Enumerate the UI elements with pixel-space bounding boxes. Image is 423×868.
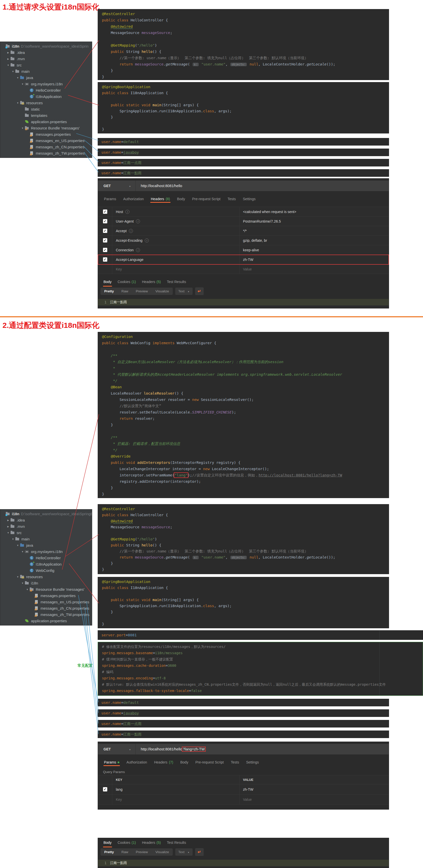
- tree-item-static[interactable]: static: [0, 106, 92, 112]
- tab-body[interactable]: Body: [174, 197, 189, 201]
- chevron-expanded-icon[interactable]: ▼: [6, 64, 10, 66]
- tree-item-messages-zh-tw-properties[interactable]: messages_zh_TW.properties: [0, 150, 92, 156]
- chevron-expanded-icon[interactable]: ▼: [21, 127, 25, 129]
- tree-item-i18napplication[interactable]: C▶I18nApplication: [0, 93, 92, 100]
- tree-item-hellocontroller[interactable]: CHelloController: [0, 87, 92, 93]
- response-tab-cookies[interactable]: Cookies(1): [115, 278, 139, 285]
- header-value-cell[interactable]: gzip, deflate, br: [239, 239, 389, 243]
- tree-item-resources[interactable]: ▼resources: [0, 574, 92, 580]
- checkbox-checked-icon[interactable]: [103, 257, 107, 261]
- response-tab-body[interactable]: Body: [100, 278, 115, 285]
- checkbox-checked-icon[interactable]: [103, 238, 107, 243]
- tree-item-application-properties[interactable]: application.properties: [0, 618, 92, 624]
- chevron-expanded-icon[interactable]: ▼: [21, 551, 25, 553]
- chevron-expanded-icon[interactable]: ▼: [11, 70, 15, 73]
- tree-item-messages-en-us-properties[interactable]: messages_en_US.properties: [0, 599, 92, 605]
- view-visualize[interactable]: Visualize: [152, 848, 173, 856]
- view-preview[interactable]: Preview: [132, 287, 152, 295]
- chevron-expanded-icon[interactable]: ▼: [16, 76, 20, 79]
- request-url-input[interactable]: http://localhost:8081/hello?lang=zh-TW: [136, 747, 206, 752]
- tab-tests[interactable]: Tests: [224, 197, 239, 201]
- chevron-expanded-icon[interactable]: ▼: [16, 576, 20, 578]
- param-value-cell[interactable]: zh-TW: [239, 787, 389, 792]
- tab-headers[interactable]: Headers(8): [147, 197, 174, 201]
- chevron-expanded-icon[interactable]: ▼: [6, 532, 10, 534]
- response-tab-headers[interactable]: Headers(5): [139, 278, 164, 285]
- tree-item-i18napplication[interactable]: C▶I18nApplication: [0, 561, 92, 567]
- tree-item-messages-zh-tw-properties[interactable]: messages_zh_TW.properties: [0, 611, 92, 618]
- wrap-text-icon[interactable]: [195, 287, 204, 295]
- checkbox-checked-icon[interactable]: [103, 219, 107, 223]
- response-tab-cookies[interactable]: Cookies(1): [115, 839, 139, 846]
- tree-item-templates[interactable]: templates: [0, 112, 92, 119]
- tree-item-application-properties[interactable]: application.properties: [0, 119, 92, 125]
- checkbox-checked-icon[interactable]: [103, 210, 107, 214]
- response-tab-test-results[interactable]: Test Results: [164, 278, 189, 285]
- wrap-text-icon[interactable]: [195, 848, 204, 856]
- chevron-expanded-icon[interactable]: ▼: [16, 544, 20, 547]
- chevron-collapsed-icon[interactable]: ▶: [6, 525, 10, 528]
- header-key-cell[interactable]: Accept-Language: [112, 255, 239, 264]
- view-visualize[interactable]: Visualize: [152, 287, 173, 295]
- tree-item-src[interactable]: ▼src: [0, 530, 92, 536]
- tree-item-java[interactable]: ▼java: [0, 74, 92, 81]
- http-method-select[interactable]: GET: [98, 181, 136, 191]
- header-value-cell[interactable]: PostmanRuntime/7.26.5: [239, 219, 389, 223]
- tree-item-main[interactable]: ▼main: [0, 536, 92, 542]
- response-tab-test-results[interactable]: Test Results: [164, 839, 189, 846]
- request-url-input[interactable]: http://localhost:8081/hello: [136, 184, 182, 188]
- tree-item-messages-zh-cn-properties[interactable]: messages_zh_CN.properties: [0, 605, 92, 611]
- tab-settings[interactable]: Settings: [242, 760, 262, 764]
- checkbox-checked-icon[interactable]: [103, 229, 107, 233]
- checkbox-checked-icon[interactable]: [103, 787, 107, 792]
- chevron-collapsed-icon[interactable]: ▶: [6, 51, 10, 54]
- param-key-cell[interactable]: lang: [112, 784, 239, 794]
- view-raw[interactable]: Raw: [118, 848, 132, 856]
- chevron-collapsed-icon[interactable]: ▶: [6, 519, 10, 522]
- view-pretty[interactable]: Pretty: [100, 287, 118, 295]
- tree-item-org-myslayers-i18n[interactable]: ▼org.myslayers.i18n: [0, 549, 92, 555]
- tab-params[interactable]: Params: [100, 197, 120, 201]
- tab-settings[interactable]: Settings: [239, 197, 259, 201]
- tree-item-java[interactable]: ▼java: [0, 542, 92, 549]
- chevron-expanded-icon[interactable]: ▼: [25, 588, 29, 591]
- tree-item-src[interactable]: ▼src: [0, 62, 92, 68]
- chevron-expanded-icon[interactable]: ▼: [21, 83, 25, 85]
- view-pretty[interactable]: Pretty: [100, 848, 118, 856]
- header-key-cell[interactable]: Accept-Encoding: [112, 236, 239, 245]
- tree-item-resource-bundle-messages-[interactable]: ▼Resource Bundle 'messages': [0, 125, 92, 131]
- response-format-select[interactable]: Text: [175, 848, 192, 856]
- tree-item-i18n[interactable]: ▼i18n: [0, 580, 92, 586]
- header-value-cell[interactable]: Value: [239, 267, 389, 271]
- tab-authorization[interactable]: Authorization: [123, 760, 151, 764]
- header-value-cell[interactable]: */*: [239, 229, 389, 233]
- chevron-expanded-icon[interactable]: ▼: [16, 102, 20, 104]
- header-value-cell[interactable]: <calculated when request is sent>: [239, 210, 389, 214]
- tab-pre-request-script[interactable]: Pre-request Script: [192, 760, 228, 764]
- tree-item-org-myslayers-i18n[interactable]: ▼org.myslayers.i18n: [0, 81, 92, 87]
- tree-item-messages-zh-cn-properties[interactable]: messages_zh_CN.properties: [0, 144, 92, 150]
- chevron-expanded-icon[interactable]: ▼: [21, 582, 25, 585]
- param-key-cell[interactable]: Key: [112, 795, 239, 804]
- header-key-cell[interactable]: Accept: [112, 226, 239, 236]
- response-tab-body[interactable]: Body: [100, 839, 115, 846]
- chevron-expanded-icon[interactable]: ▼: [11, 538, 15, 540]
- tree-item--mvn[interactable]: ▶.mvn: [0, 523, 92, 530]
- tree-item-messages-en-us-properties[interactable]: messages_en_US.properties: [0, 137, 92, 144]
- tree-item--mvn[interactable]: ▶.mvn: [0, 56, 92, 62]
- view-preview[interactable]: Preview: [132, 848, 152, 856]
- tab-params[interactable]: Params: [100, 760, 123, 764]
- tree-item-messages-properties[interactable]: messages.properties: [0, 131, 92, 137]
- tab-body[interactable]: Body: [177, 760, 192, 764]
- tab-authorization[interactable]: Authorization: [120, 197, 147, 201]
- tree-item-resources[interactable]: ▼resources: [0, 100, 92, 106]
- header-value-cell[interactable]: zh-TW: [239, 258, 389, 261]
- tree-item--idea[interactable]: ▶.idea: [0, 517, 92, 523]
- tree-item-main[interactable]: ▼main: [0, 68, 92, 74]
- header-key-cell[interactable]: User-Agent: [112, 217, 239, 226]
- header-key-cell[interactable]: Key: [112, 265, 239, 274]
- tab-tests[interactable]: Tests: [228, 760, 243, 764]
- chevron-collapsed-icon[interactable]: ▶: [6, 58, 10, 60]
- param-value-cell[interactable]: Value: [239, 798, 389, 802]
- header-key-cell[interactable]: Connection: [112, 245, 239, 255]
